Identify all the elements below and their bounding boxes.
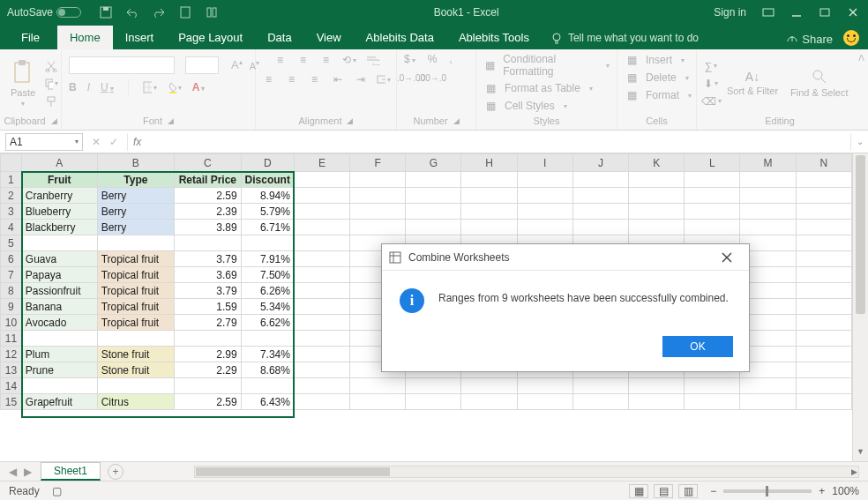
- orientation-icon[interactable]: ⟲: [342, 53, 356, 67]
- enter-formula-icon[interactable]: ✓: [109, 136, 118, 148]
- tab-insert[interactable]: Insert: [113, 26, 167, 49]
- number-launcher-icon[interactable]: ◢: [453, 116, 460, 125]
- new-icon[interactable]: [178, 5, 192, 19]
- format-cells-button[interactable]: ▦Format: [625, 88, 692, 102]
- cell-L3[interactable]: [685, 204, 740, 220]
- cell-D7[interactable]: 7.50%: [241, 267, 294, 283]
- cell-B9[interactable]: Tropical fruit: [97, 299, 174, 315]
- signin-link[interactable]: Sign in: [714, 6, 746, 19]
- cell-L4[interactable]: [685, 220, 740, 235]
- cell-A15[interactable]: Grapefruit: [21, 394, 97, 410]
- cell-N9[interactable]: [796, 299, 851, 315]
- cell-A1[interactable]: Fruit: [21, 172, 97, 188]
- cell-N5[interactable]: [796, 235, 851, 251]
- align-right-icon[interactable]: ≡: [308, 72, 322, 86]
- macro-record-icon[interactable]: ▢: [52, 485, 62, 497]
- wrap-text-icon[interactable]: [365, 53, 379, 67]
- row-header-12[interactable]: 12: [1, 347, 22, 362]
- cell-B10[interactable]: Tropical fruit: [97, 315, 174, 331]
- align-center-icon[interactable]: ≡: [285, 72, 299, 86]
- cell-L15[interactable]: [685, 394, 740, 410]
- cell-M1[interactable]: [740, 172, 796, 188]
- underline-button[interactable]: U: [101, 81, 114, 93]
- cell-N7[interactable]: [796, 267, 851, 283]
- cell-E2[interactable]: [294, 188, 349, 204]
- cell-E14[interactable]: [294, 378, 349, 394]
- cell-C15[interactable]: 2.59: [175, 394, 241, 410]
- cell-B4[interactable]: Berry: [97, 220, 174, 235]
- row-header-1[interactable]: 1: [1, 172, 22, 188]
- column-header-H[interactable]: H: [461, 154, 517, 172]
- paste-button[interactable]: Paste ▾: [7, 57, 39, 109]
- cancel-formula-icon[interactable]: ✕: [92, 136, 101, 148]
- collapse-ribbon-icon[interactable]: ᐱ: [858, 53, 864, 63]
- cell-D1[interactable]: Discount: [241, 172, 294, 188]
- format-as-table-button[interactable]: ▦Format as Table: [483, 81, 593, 95]
- cell-H14[interactable]: [461, 378, 517, 394]
- minimize-icon[interactable]: [790, 7, 803, 18]
- percent-button[interactable]: %: [428, 53, 438, 65]
- cell-D4[interactable]: 6.71%: [241, 220, 294, 235]
- align-left-icon[interactable]: ≡: [262, 72, 276, 86]
- row-header-6[interactable]: 6: [1, 251, 22, 267]
- cell-E5[interactable]: [294, 235, 349, 251]
- border-icon[interactable]: [143, 80, 157, 94]
- zoom-level[interactable]: 100%: [832, 485, 859, 497]
- sheet-tab-sheet1[interactable]: Sheet1: [41, 462, 101, 481]
- cell-L1[interactable]: [685, 172, 740, 188]
- find-select-button[interactable]: Find & Select: [787, 66, 851, 100]
- cell-M2[interactable]: [740, 188, 796, 204]
- cell-D9[interactable]: 5.34%: [241, 299, 294, 315]
- cell-D8[interactable]: 6.26%: [241, 283, 294, 299]
- normal-view-icon[interactable]: ▦: [629, 484, 648, 498]
- page-break-view-icon[interactable]: ▥: [678, 484, 698, 498]
- fx-icon[interactable]: fx: [128, 136, 146, 148]
- autosum-icon[interactable]: ∑: [704, 59, 718, 73]
- cell-C10[interactable]: 2.79: [175, 315, 241, 331]
- row-header-9[interactable]: 9: [1, 299, 22, 315]
- formula-input[interactable]: [146, 133, 850, 151]
- cell-G15[interactable]: [406, 394, 461, 410]
- cell-N3[interactable]: [796, 204, 851, 220]
- align-bottom-icon[interactable]: ≡: [319, 53, 333, 67]
- tab-data[interactable]: Data: [255, 26, 303, 49]
- row-header-11[interactable]: 11: [1, 331, 22, 347]
- tab-file[interactable]: File: [9, 26, 52, 49]
- italic-button[interactable]: I: [87, 81, 90, 93]
- cell-G4[interactable]: [406, 220, 461, 235]
- column-header-D[interactable]: D: [241, 154, 294, 172]
- share-button[interactable]: Share: [779, 29, 840, 49]
- cut-icon[interactable]: [44, 59, 58, 73]
- cell-I4[interactable]: [517, 220, 572, 235]
- cell-H2[interactable]: [461, 188, 517, 204]
- cell-N14[interactable]: [796, 378, 851, 394]
- alignment-launcher-icon[interactable]: ◢: [347, 116, 353, 125]
- comma-button[interactable]: ,: [449, 53, 452, 65]
- cell-M4[interactable]: [740, 220, 796, 235]
- cell-L2[interactable]: [685, 188, 740, 204]
- tab-ablebits-tools[interactable]: Ablebits Tools: [446, 26, 542, 49]
- cell-K2[interactable]: [629, 188, 685, 204]
- cell-C8[interactable]: 3.79: [175, 283, 241, 299]
- undo-icon[interactable]: [125, 5, 139, 19]
- cell-A5[interactable]: [21, 235, 97, 251]
- cell-N11[interactable]: [796, 331, 851, 347]
- font-color-icon[interactable]: A: [192, 81, 206, 93]
- cell-H1[interactable]: [461, 172, 517, 188]
- dialog-close-button[interactable]: [712, 248, 742, 267]
- cell-A9[interactable]: Banana: [21, 299, 97, 315]
- cell-N15[interactable]: [796, 394, 851, 410]
- row-header-4[interactable]: 4: [1, 220, 22, 235]
- cell-B2[interactable]: Berry: [97, 188, 174, 204]
- column-header-B[interactable]: B: [97, 154, 174, 172]
- cell-C14[interactable]: [175, 378, 241, 394]
- tab-ablebits-data[interactable]: Ablebits Data: [354, 26, 446, 49]
- maximize-icon[interactable]: [819, 7, 831, 18]
- delete-cells-button[interactable]: ▦Delete: [625, 71, 689, 85]
- cell-E11[interactable]: [294, 331, 349, 347]
- cell-H4[interactable]: [461, 220, 517, 235]
- cell-C2[interactable]: 2.59: [175, 188, 241, 204]
- cell-D5[interactable]: [241, 235, 294, 251]
- cell-E7[interactable]: [294, 267, 349, 283]
- merge-icon[interactable]: [377, 72, 391, 86]
